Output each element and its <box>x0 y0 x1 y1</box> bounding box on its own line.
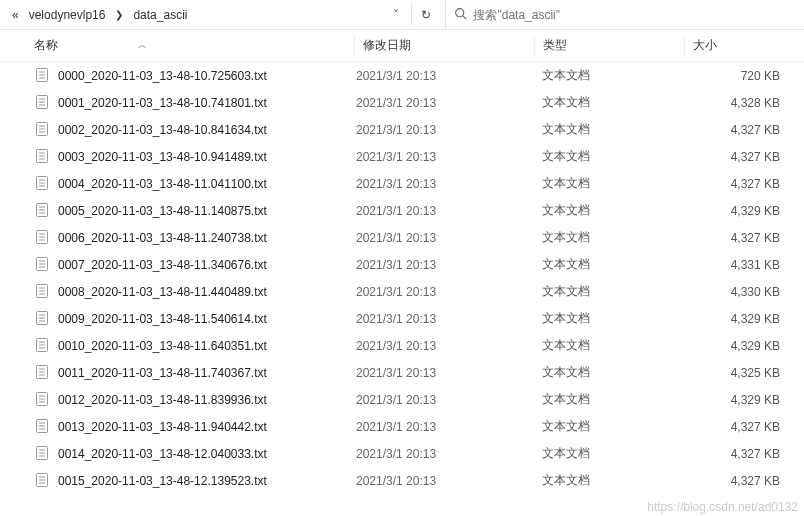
file-row[interactable]: 0009_2020-11-03_13-48-11.540614.txt 2021… <box>0 305 804 332</box>
file-type: 文本文档 <box>534 283 684 300</box>
file-size: 4,328 KB <box>684 96 804 110</box>
file-row[interactable]: 0015_2020-11-03_13-48-12.139523.txt 2021… <box>0 467 804 494</box>
file-row[interactable]: 0005_2020-11-03_13-48-11.140875.txt 2021… <box>0 197 804 224</box>
file-type: 文本文档 <box>534 472 684 489</box>
column-headers: 名称 ︿ 修改日期 类型 大小 <box>0 30 804 62</box>
file-date: 2021/3/1 20:13 <box>354 285 534 299</box>
file-size: 4,329 KB <box>684 204 804 218</box>
file-row[interactable]: 0010_2020-11-03_13-48-11.640351.txt 2021… <box>0 332 804 359</box>
file-size: 4,329 KB <box>684 339 804 353</box>
file-date: 2021/3/1 20:13 <box>354 123 534 137</box>
file-row[interactable]: 0008_2020-11-03_13-48-11.440489.txt 2021… <box>0 278 804 305</box>
text-file-icon <box>34 94 52 112</box>
column-header-name[interactable]: 名称 ︿ <box>34 37 354 54</box>
file-size: 4,327 KB <box>684 474 804 488</box>
text-file-icon <box>34 391 52 409</box>
text-file-icon <box>34 229 52 247</box>
svg-line-1 <box>463 15 466 18</box>
file-size: 4,330 KB <box>684 285 804 299</box>
file-row[interactable]: 0006_2020-11-03_13-48-11.240738.txt 2021… <box>0 224 804 251</box>
file-size: 720 KB <box>684 69 804 83</box>
address-toolbar: « velodynevlp16 ❯ data_ascii ˅ ↻ <box>0 0 804 30</box>
file-row[interactable]: 0012_2020-11-03_13-48-11.839936.txt 2021… <box>0 386 804 413</box>
chevron-right-icon[interactable]: ❯ <box>113 9 125 20</box>
column-name-label: 名称 <box>34 37 58 54</box>
file-date: 2021/3/1 20:13 <box>354 393 534 407</box>
text-file-icon <box>34 445 52 463</box>
file-size: 4,327 KB <box>684 123 804 137</box>
breadcrumb-parent[interactable]: velodynevlp16 <box>27 8 108 22</box>
column-header-size[interactable]: 大小 <box>684 36 804 56</box>
file-list: 0000_2020-11-03_13-48-10.725603.txt 2021… <box>0 62 804 494</box>
file-name: 0003_2020-11-03_13-48-10.941489.txt <box>58 150 354 164</box>
file-size: 4,329 KB <box>684 393 804 407</box>
search-icon <box>454 7 467 23</box>
file-name: 0015_2020-11-03_13-48-12.139523.txt <box>58 474 354 488</box>
file-type: 文本文档 <box>534 364 684 381</box>
file-row[interactable]: 0000_2020-11-03_13-48-10.725603.txt 2021… <box>0 62 804 89</box>
file-name: 0006_2020-11-03_13-48-11.240738.txt <box>58 231 354 245</box>
file-row[interactable]: 0001_2020-11-03_13-48-10.741801.txt 2021… <box>0 89 804 116</box>
file-type: 文本文档 <box>534 310 684 327</box>
file-type: 文本文档 <box>534 445 684 462</box>
text-file-icon <box>34 418 52 436</box>
file-type: 文本文档 <box>534 229 684 246</box>
file-size: 4,331 KB <box>684 258 804 272</box>
file-row[interactable]: 0014_2020-11-03_13-48-12.040033.txt 2021… <box>0 440 804 467</box>
file-type: 文本文档 <box>534 121 684 138</box>
text-file-icon <box>34 256 52 274</box>
text-file-icon <box>34 67 52 85</box>
file-type: 文本文档 <box>534 418 684 435</box>
address-dropdown-button[interactable]: ˅ <box>385 4 407 26</box>
file-row[interactable]: 0003_2020-11-03_13-48-10.941489.txt 2021… <box>0 143 804 170</box>
text-file-icon <box>34 337 52 355</box>
search-input[interactable] <box>473 8 800 22</box>
text-file-icon <box>34 364 52 382</box>
file-row[interactable]: 0007_2020-11-03_13-48-11.340676.txt 2021… <box>0 251 804 278</box>
file-row[interactable]: 0011_2020-11-03_13-48-11.740367.txt 2021… <box>0 359 804 386</box>
breadcrumb[interactable]: « velodynevlp16 ❯ data_ascii <box>4 8 195 22</box>
file-row[interactable]: 0013_2020-11-03_13-48-11.940442.txt 2021… <box>0 413 804 440</box>
file-type: 文本文档 <box>534 67 684 84</box>
file-date: 2021/3/1 20:13 <box>354 204 534 218</box>
text-file-icon <box>34 175 52 193</box>
text-file-icon <box>34 310 52 328</box>
file-type: 文本文档 <box>534 337 684 354</box>
file-size: 4,329 KB <box>684 312 804 326</box>
file-date: 2021/3/1 20:13 <box>354 177 534 191</box>
file-size: 4,327 KB <box>684 231 804 245</box>
file-name: 0002_2020-11-03_13-48-10.841634.txt <box>58 123 354 137</box>
file-name: 0005_2020-11-03_13-48-11.140875.txt <box>58 204 354 218</box>
column-header-date[interactable]: 修改日期 <box>354 36 534 56</box>
file-name: 0009_2020-11-03_13-48-11.540614.txt <box>58 312 354 326</box>
file-date: 2021/3/1 20:13 <box>354 150 534 164</box>
file-date: 2021/3/1 20:13 <box>354 69 534 83</box>
file-date: 2021/3/1 20:13 <box>354 312 534 326</box>
breadcrumb-prefix: « <box>10 8 21 22</box>
file-date: 2021/3/1 20:13 <box>354 474 534 488</box>
file-date: 2021/3/1 20:13 <box>354 366 534 380</box>
text-file-icon <box>34 283 52 301</box>
file-name: 0013_2020-11-03_13-48-11.940442.txt <box>58 420 354 434</box>
refresh-icon: ↻ <box>421 8 431 22</box>
sort-ascending-icon: ︿ <box>138 39 147 52</box>
file-row[interactable]: 0002_2020-11-03_13-48-10.841634.txt 2021… <box>0 116 804 143</box>
file-date: 2021/3/1 20:13 <box>354 96 534 110</box>
refresh-button[interactable]: ↻ <box>411 4 439 26</box>
svg-point-0 <box>456 8 464 16</box>
chevron-down-icon: ˅ <box>393 8 399 22</box>
file-name: 0007_2020-11-03_13-48-11.340676.txt <box>58 258 354 272</box>
file-name: 0011_2020-11-03_13-48-11.740367.txt <box>58 366 354 380</box>
file-row[interactable]: 0004_2020-11-03_13-48-11.041100.txt 2021… <box>0 170 804 197</box>
column-header-type[interactable]: 类型 <box>534 36 684 56</box>
file-date: 2021/3/1 20:13 <box>354 447 534 461</box>
breadcrumb-current[interactable]: data_ascii <box>131 8 189 22</box>
file-name: 0010_2020-11-03_13-48-11.640351.txt <box>58 339 354 353</box>
text-file-icon <box>34 202 52 220</box>
file-size: 4,327 KB <box>684 447 804 461</box>
file-name: 0000_2020-11-03_13-48-10.725603.txt <box>58 69 354 83</box>
file-type: 文本文档 <box>534 256 684 273</box>
file-size: 4,327 KB <box>684 420 804 434</box>
file-size: 4,327 KB <box>684 177 804 191</box>
search-box[interactable] <box>445 0 800 29</box>
